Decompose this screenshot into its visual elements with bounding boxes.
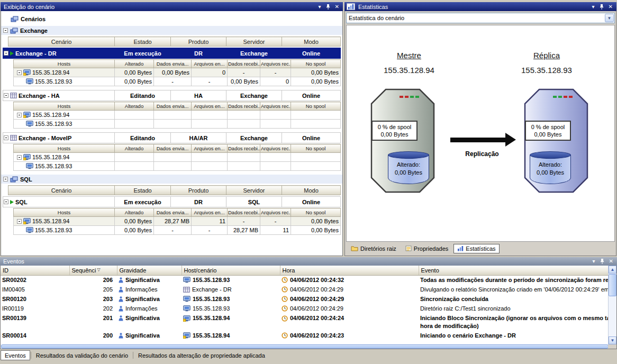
- collapse-expander-icon[interactable]: [4, 51, 8, 56]
- col-header-hora[interactable]: Hora: [280, 266, 419, 275]
- scenario-modo: Online: [282, 48, 341, 59]
- col-header-evento[interactable]: Evento: [419, 266, 609, 275]
- vertical-scrollbar-thumb[interactable]: [609, 274, 616, 296]
- tree-root-cenarios[interactable]: Cenários: [11, 15, 342, 23]
- collapse-expander-icon[interactable]: [3, 177, 8, 181]
- scenario-servidor: Exchange: [226, 48, 282, 59]
- bottom-tab-bar: Eventos Resultados da validação do cenár…: [0, 350, 617, 364]
- chevron-down-icon[interactable]: ▾: [592, 4, 595, 10]
- event-row[interactable]: SR00139 201 Significativa 155.35.128.94 …: [1, 313, 609, 331]
- events-panel-titlebar[interactable]: Eventos ▾ ✕: [0, 257, 617, 266]
- cell-alterado: 0,00 Bytes: [115, 68, 154, 77]
- event-seq: 203: [69, 294, 117, 304]
- tab-estatisticas[interactable]: Estatísticas: [453, 244, 499, 253]
- collapse-expander-icon[interactable]: [4, 135, 8, 140]
- scrollbar-corner: [608, 344, 616, 349]
- close-icon[interactable]: ✕: [335, 4, 339, 10]
- events-vertical-scrollbar[interactable]: ▲ ▼: [608, 266, 616, 344]
- host-row-replica[interactable]: 155.35.128.93 0,00 Bytes - - 0,00 Bytes …: [14, 77, 341, 86]
- scenario-row-exchange-ha[interactable]: Exchange - HA Editando HA Exchange Onlin…: [3, 90, 341, 101]
- collapse-expander-icon[interactable]: [3, 28, 8, 33]
- col-header-estado: Estado: [115, 186, 171, 195]
- host-col-alterado: Alterado: [115, 144, 154, 153]
- scroll-down-icon[interactable]: ▼: [609, 336, 616, 344]
- tab-resultados-alteracao-propriedade[interactable]: Resultados da alteração de propriedade a…: [134, 350, 269, 360]
- collapse-expander-icon[interactable]: [17, 70, 22, 75]
- horizontal-scrollbar-thumb[interactable]: [1, 344, 609, 349]
- host-row-master[interactable]: 155.35.128.94 0,00 Bytes 28,27 MB 11 - -…: [14, 217, 341, 226]
- collapse-expander-icon[interactable]: [17, 219, 22, 224]
- cell-no-spool: 0,00 Bytes: [291, 68, 341, 77]
- cell-arq-rec: [260, 162, 291, 171]
- statistic-type-value: Estatística do cenário: [349, 15, 404, 21]
- scenario-row-sql[interactable]: SQL Em execução DR SQL Online: [3, 196, 341, 207]
- event-host: 155.35.128.93: [193, 277, 230, 283]
- event-severity: Informações: [125, 305, 158, 312]
- tab-resultados-validacao-cenario[interactable]: Resultados da validação do cenário: [32, 350, 132, 360]
- host-name: 155.35.128.93: [35, 227, 72, 233]
- scenario-panel-titlebar[interactable]: Exibição do cenário ▾ ✕: [1, 2, 343, 11]
- cell-arq-rec: [260, 111, 291, 120]
- host-col-hosts: Hosts: [14, 208, 115, 217]
- host-row-replica[interactable]: 155.35.128.93 0,00 Bytes - - 28,27 MB 11…: [14, 226, 341, 235]
- host-col-dados-env: Dados envia...: [154, 144, 192, 153]
- severity-icon: [119, 277, 123, 283]
- event-row[interactable]: IR00119 202 Informações 155.35.128.93 04…: [1, 304, 609, 313]
- host-row-master[interactable]: 155.35.128.94 0,00 Bytes 0,00 Bytes 0 - …: [14, 68, 341, 77]
- col-header-host-cenario[interactable]: Host/cenário: [182, 266, 280, 275]
- statistic-type-select[interactable]: Estatística do cenário ▼: [346, 13, 615, 23]
- scenario-row-exchange-dr[interactable]: Exchange - DR Em execução DR Exchange On…: [3, 48, 341, 59]
- host-col-arq-rec: Arquivos rec...: [260, 144, 291, 153]
- scenario-name: Exchange - MoveIP: [19, 135, 71, 141]
- host-row-replica[interactable]: 155.35.128.93: [14, 162, 341, 171]
- collapse-expander-icon[interactable]: [17, 113, 22, 117]
- events-caption-buttons: ▾ ✕: [593, 258, 615, 265]
- chevron-down-icon[interactable]: ▾: [319, 4, 321, 10]
- editing-scenario-icon: [10, 135, 17, 141]
- collapse-expander-icon[interactable]: [4, 199, 8, 204]
- tree-group-sql[interactable]: SQL: [1, 175, 342, 184]
- tab-eventos[interactable]: Eventos: [1, 350, 30, 360]
- col-header-estado: Estado: [115, 37, 171, 47]
- event-seq: 206: [69, 275, 117, 285]
- master-host-icon: [23, 154, 31, 160]
- host-row-replica[interactable]: 155.35.128.93: [14, 120, 341, 129]
- scroll-up-icon[interactable]: ▲: [609, 266, 616, 274]
- cell-arq-rec: 0: [260, 77, 291, 86]
- pin-icon[interactable]: [600, 258, 604, 265]
- event-text: Divulgando o relatório Sincronização cri…: [419, 285, 609, 294]
- tree-group-exchange[interactable]: Exchange: [1, 26, 342, 35]
- pin-icon[interactable]: [326, 4, 330, 10]
- cell-no-spool: 0,00 Bytes: [291, 77, 341, 86]
- event-row[interactable]: IM00405 205 Informações Exchange - DR 04…: [1, 285, 609, 294]
- cell-no-spool: 0,00 Bytes: [291, 226, 341, 235]
- collapse-expander-icon[interactable]: [4, 93, 8, 98]
- severity-icon: [119, 296, 123, 302]
- collapse-expander-icon[interactable]: [17, 155, 22, 160]
- host-row-master[interactable]: 155.35.128.94: [14, 153, 341, 162]
- close-icon[interactable]: ✕: [609, 4, 613, 10]
- scenario-group-icon: [10, 176, 18, 183]
- col-header-gravidade[interactable]: Gravidade: [117, 266, 182, 275]
- chevron-down-icon[interactable]: ▾: [593, 259, 595, 264]
- statistics-panel-titlebar[interactable]: Estatísticas ▾ ✕: [344, 2, 616, 11]
- host-row-master[interactable]: 155.35.128.94: [14, 111, 341, 120]
- col-header-id[interactable]: ID: [1, 266, 69, 275]
- col-header-modo: Modo: [282, 186, 341, 195]
- scenario-estado: Em execução: [115, 197, 171, 207]
- events-horizontal-scrollbar[interactable]: [1, 344, 609, 349]
- pin-icon[interactable]: [600, 4, 604, 10]
- scenario-row-exchange-moveip[interactable]: Exchange - MoveIP Editando HA/AR Exchang…: [3, 132, 341, 143]
- tab-diretorios-raiz[interactable]: Diretórios raiz: [347, 244, 400, 253]
- host-col-dados-env: Dados envia...: [154, 60, 192, 68]
- cell-dados-rec: [228, 120, 260, 129]
- close-icon[interactable]: ✕: [609, 259, 613, 264]
- col-header-sequencia[interactable]: Sequênci▽: [69, 266, 117, 275]
- event-row[interactable]: SR00120 203 Significativa 155.35.128.93 …: [1, 294, 609, 304]
- cell-arq-env: [192, 120, 228, 129]
- event-row[interactable]: SR00202 206 Significativa 155.35.128.93 …: [1, 275, 609, 285]
- group-label: SQL: [20, 176, 32, 183]
- combo-arrow-icon[interactable]: ▼: [605, 14, 614, 22]
- cell-arq-env: 11: [192, 217, 228, 226]
- tab-propriedades[interactable]: Propriedades: [402, 244, 452, 253]
